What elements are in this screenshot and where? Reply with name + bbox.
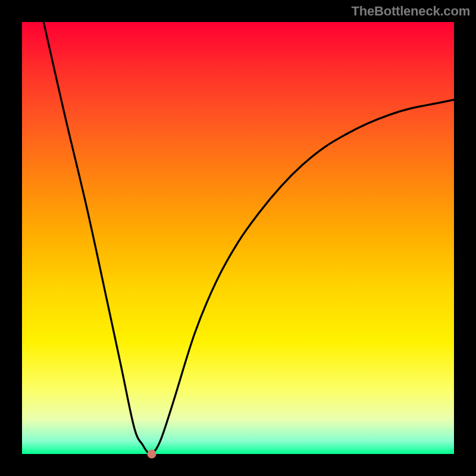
bottleneck-curve bbox=[43, 22, 454, 455]
chart-frame: TheBottleneck.com bbox=[0, 0, 476, 476]
plot-area bbox=[22, 22, 454, 454]
minimum-marker-icon bbox=[147, 450, 156, 459]
curve-svg bbox=[22, 22, 454, 454]
attribution-label: TheBottleneck.com bbox=[351, 4, 470, 19]
